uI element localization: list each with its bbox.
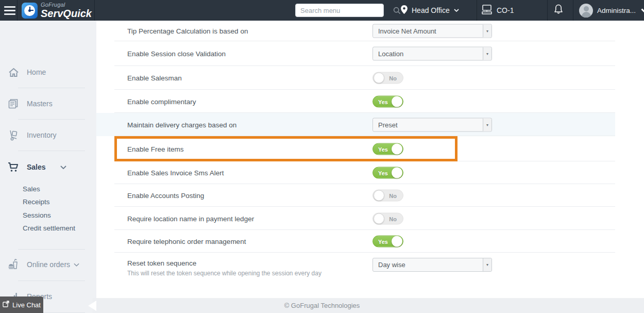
subitem-label: Credit settlement	[23, 224, 75, 232]
toggle-knob	[392, 96, 402, 107]
sidebar-item-online-orders[interactable]: Online orders	[0, 257, 93, 272]
setting-row-enable-complimentary: Enable complimentary Yes	[96, 90, 615, 113]
setting-row-enable-salesman: Enable Salesman No	[96, 66, 615, 90]
setting-label: Enable complimentary	[127, 97, 196, 105]
sidebar-item-label: Inventory	[27, 131, 57, 139]
select-value: Location	[373, 47, 483, 60]
footer: © GoFrugal Technologies	[93, 298, 644, 313]
shopping-cart-icon	[7, 162, 20, 173]
divider	[477, 0, 477, 21]
chevron-down-icon	[641, 8, 644, 12]
toggle-label: Yes	[378, 170, 388, 176]
search-icon[interactable]	[393, 7, 401, 14]
toggle-knob	[374, 190, 384, 201]
external-link-icon	[3, 301, 9, 309]
app-frame: GoFrugal ServQuick Head Office	[0, 0, 644, 313]
toggle-label: Yes	[378, 239, 388, 245]
toggle-label: Yes	[378, 146, 388, 152]
terminal-label: CO-1	[497, 6, 514, 14]
sidebar-subitem-receipts[interactable]: Receipts	[23, 196, 50, 207]
sidebar-subitem-sales[interactable]: Sales	[23, 183, 40, 194]
home-icon	[7, 68, 20, 77]
sidebar-item-home[interactable]: Home	[0, 64, 93, 80]
setting-row-location-name-ledger: Require location name in payment ledger …	[96, 207, 615, 230]
select-value: Invoice Net Amount	[373, 25, 483, 38]
accounts-posting-toggle[interactable]: No	[372, 190, 403, 202]
setting-label: Tip Percentage Calculation is based on	[127, 27, 248, 35]
pos-terminal-icon	[481, 5, 493, 17]
notifications-button[interactable]	[553, 0, 564, 21]
setting-label: Enable Sales Invoice Sms Alert	[127, 169, 224, 177]
setting-label: Enable Session close Validation	[127, 50, 226, 58]
setting-label: Require location name in payment ledger	[127, 215, 254, 222]
user-avatar	[579, 4, 593, 18]
sidebar-item-label: Masters	[27, 100, 53, 108]
inventory-icon	[7, 130, 20, 141]
setting-description: This will reset the token sequence while…	[127, 270, 321, 277]
sidebar-item-label: Home	[27, 68, 46, 76]
subitem-label: Receipts	[23, 198, 50, 206]
brand-gofrugal: GoFrugal	[41, 2, 92, 8]
sidebar-item-inventory[interactable]: Inventory	[0, 127, 93, 143]
caret-down-icon[interactable]: ▾	[483, 25, 492, 38]
session-close-validation-select[interactable]: Location ▾	[372, 47, 492, 61]
location-selector[interactable]: Head Office	[401, 0, 459, 21]
enable-salesman-toggle[interactable]: No	[372, 72, 403, 84]
reset-token-select[interactable]: Day wise ▾	[372, 258, 492, 272]
sidebar-item-label: Sales	[27, 163, 46, 171]
divider	[18, 281, 85, 281]
user-menu[interactable]: Administra...	[579, 0, 644, 21]
toggle-label: No	[389, 216, 397, 222]
setting-row-reset-token: Reset token sequence This will reset the…	[96, 253, 615, 298]
telephonic-order-toggle[interactable]: Yes	[372, 236, 403, 248]
bell-icon	[553, 4, 564, 17]
caret-down-icon[interactable]: ▾	[483, 258, 492, 271]
brand-logo[interactable]: GoFrugal ServQuick	[22, 2, 92, 19]
subitem-label: Sales	[23, 185, 40, 193]
select-value: Day wise	[373, 258, 483, 271]
delivery-charges-select[interactable]: Preset ▾	[372, 118, 492, 131]
divider	[18, 249, 85, 250]
toggle-knob	[392, 168, 402, 178]
divider	[18, 119, 85, 120]
brand-servquick: ServQuick	[41, 8, 92, 19]
sidebar-subitem-sessions[interactable]: Sessions	[23, 209, 51, 221]
hamburger-menu-icon[interactable]	[4, 6, 15, 15]
chevron-down-icon	[74, 263, 79, 267]
sidebar-item-masters[interactable]: Masters	[0, 96, 93, 111]
setting-label: Enable Salesman	[127, 74, 182, 82]
divider	[547, 0, 548, 21]
toggle-knob	[392, 236, 402, 247]
toggle-label: Yes	[378, 98, 388, 105]
tip-percentage-select[interactable]: Invoice Net Amount ▾	[372, 24, 492, 38]
enable-complimentary-toggle[interactable]: Yes	[372, 95, 403, 107]
divider	[17, 0, 18, 21]
enable-free-items-toggle[interactable]: Yes	[372, 143, 403, 155]
caret-down-icon[interactable]: ▾	[483, 47, 492, 60]
live-chat-button[interactable]: Live Chat	[0, 296, 43, 313]
setting-row-enable-free-items: Enable Free items Yes	[96, 136, 615, 161]
setting-label: Reset token sequence	[127, 259, 321, 267]
brand-text: GoFrugal ServQuick	[41, 2, 92, 19]
terminal-selector[interactable]: CO-1	[481, 0, 514, 21]
setting-row-delivery-charges: Maintain delivery charges based on Prese…	[96, 113, 615, 136]
sidebar-subitem-credit-settlement[interactable]: Credit settlement	[23, 222, 75, 234]
divider	[94, 0, 95, 21]
divider	[18, 151, 85, 151]
servquick-logo-icon	[22, 3, 38, 19]
caret-down-icon[interactable]: ▾	[483, 118, 492, 131]
sms-alert-toggle[interactable]: Yes	[372, 167, 403, 179]
setting-row-accounts-posting: Enable Accounts Posting No	[96, 184, 615, 207]
copyright-text: © GoFrugal Technologies	[284, 302, 360, 309]
setting-row-telephonic-order: Require telephonic order management Yes	[96, 230, 615, 253]
toggle-knob	[374, 213, 384, 224]
sidebar-item-sales[interactable]: Sales	[0, 159, 93, 175]
top-bar: GoFrugal ServQuick Head Office	[0, 0, 644, 21]
divider	[573, 0, 573, 21]
search-box	[295, 4, 384, 17]
chevron-down-icon	[454, 9, 459, 12]
setting-label: Require telephonic order management	[127, 238, 246, 245]
search-input[interactable]	[296, 7, 393, 14]
fast-food-icon	[7, 259, 20, 270]
location-name-ledger-toggle[interactable]: No	[372, 212, 403, 224]
